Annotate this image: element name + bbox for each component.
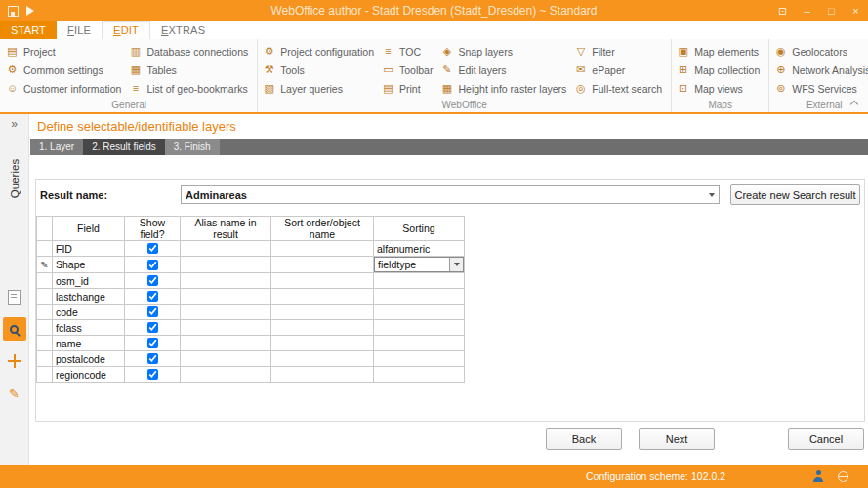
alias-cell[interactable] [181,257,271,273]
sorting-cell[interactable]: fieldtype [374,257,465,273]
tool-button-info[interactable] [3,285,26,308]
ribbon-item-full-text-search[interactable]: Full-text search [573,79,667,98]
minimize-button[interactable]: – [795,0,819,21]
tool-button-edit[interactable] [3,382,26,405]
ribbon-item-tools[interactable]: Tools [262,61,379,79]
ribbon-item-layer-queries[interactable]: Layer queries [262,79,379,98]
field-cell[interactable]: fclass [53,320,125,336]
table-row[interactable]: regioncode [37,367,465,383]
ribbon-item-customer-information[interactable]: Customer information [5,79,126,98]
field-cell[interactable]: regioncode [53,367,125,383]
tab-extras[interactable]: EXTRAS [150,21,216,39]
sort-order-cell[interactable] [271,336,374,351]
chevron-down-icon[interactable] [704,186,719,203]
cancel-button[interactable]: Cancel [788,428,864,450]
sort-order-cell[interactable] [271,289,374,305]
alias-cell[interactable] [181,241,271,257]
ribbon-item-map-elements[interactable]: Map elements [676,42,765,61]
alias-cell[interactable] [181,320,271,336]
step-finish[interactable]: 3. Finish [165,139,220,155]
dock-window-button[interactable]: ⊡ [770,0,795,21]
sorting-cell[interactable] [374,289,465,305]
row-selector[interactable] [37,320,53,336]
field-cell[interactable]: FID [53,241,125,257]
ribbon-item-snap-layers[interactable]: Snap layers [439,42,571,61]
ribbon-item-network-analysis[interactable]: Network Analysis [773,61,868,79]
sort-order-cell[interactable] [271,305,374,320]
next-button[interactable]: Next [639,428,715,450]
tab-start[interactable]: START [0,21,57,39]
alias-cell[interactable] [181,351,271,367]
tool-button-search[interactable] [3,317,26,341]
ribbon-item-toc[interactable]: TOC [381,42,437,61]
table-row[interactable]: postalcode [37,351,465,367]
alias-cell[interactable] [181,336,271,351]
field-cell[interactable]: Shape [53,257,125,273]
ribbon-item-epaper[interactable]: ePaper [573,61,667,79]
field-cell[interactable]: code [53,305,125,320]
ribbon-item-filter[interactable]: Filter [573,42,667,61]
show-field-checkbox[interactable] [147,338,158,348]
table-row[interactable]: FID alfanumeric [37,241,465,257]
show-field-checkbox[interactable] [147,322,158,333]
ribbon-item-edit-layers[interactable]: Edit layers [439,61,571,79]
ribbon-item-map-collection[interactable]: Map collection [676,61,765,79]
ribbon-item-wfs-services[interactable]: WFS Services [773,79,868,98]
ribbon-item-print[interactable]: Print [381,79,437,98]
show-field-checkbox[interactable] [147,275,158,286]
sorting-cell[interactable] [374,336,465,351]
save-icon[interactable] [8,6,19,17]
row-selector[interactable] [37,241,53,257]
table-row[interactable]: name [37,336,465,351]
chevron-down-icon[interactable] [449,258,463,271]
ribbon-item-geolocators[interactable]: Geolocators [773,42,868,61]
step-result-fields[interactable]: 2. Result fields [83,139,165,155]
connection-icon[interactable] [838,471,848,482]
sort-order-cell[interactable] [271,273,374,289]
sorting-dropdown[interactable]: fieldtype [374,257,464,272]
table-row[interactable]: fclass [37,320,465,336]
user-icon[interactable] [812,470,824,482]
sorting-cell[interactable] [374,305,465,320]
back-button[interactable]: Back [546,428,622,450]
ribbon-item-toolbar[interactable]: Toolbar [381,61,437,79]
alias-cell[interactable] [181,289,271,305]
sorting-cell[interactable] [374,320,465,336]
ribbon-item-project[interactable]: Project [5,42,126,61]
ribbon-item-database-connections[interactable]: Database connections [128,42,253,61]
ribbon-item-project-configuration[interactable]: Project configuration [262,42,379,61]
ribbon-item-tables[interactable]: Tables [128,61,253,79]
row-selector[interactable] [37,351,53,367]
tab-edit[interactable]: EDIT [102,21,150,39]
collapse-ribbon-button[interactable] [850,99,859,107]
sorting-cell[interactable] [374,351,465,367]
sort-order-cell[interactable] [271,367,374,383]
table-row[interactable]: lastchange [37,289,465,305]
sort-order-cell[interactable] [271,351,374,367]
row-selector[interactable] [37,367,53,383]
table-row[interactable]: osm_id [37,273,465,289]
expand-panel-button[interactable]: » [0,114,28,131]
sort-order-cell[interactable] [271,320,374,336]
row-selector[interactable] [37,257,53,273]
show-field-checkbox[interactable] [147,369,158,380]
ribbon-item-map-views[interactable]: Map views [676,79,765,98]
alias-cell[interactable] [181,305,271,320]
table-row-selected[interactable]: Shape fieldtype [37,257,465,273]
show-field-checkbox[interactable] [147,291,158,302]
close-button[interactable]: × [844,0,868,21]
sorting-cell[interactable] [374,273,465,289]
tab-file[interactable]: FILE [57,21,102,39]
show-field-checkbox[interactable] [147,260,158,270]
show-field-checkbox[interactable] [147,353,158,364]
row-selector[interactable] [37,289,53,305]
field-cell[interactable]: osm_id [53,273,125,289]
create-search-result-button[interactable]: Create new Search result [730,184,860,205]
step-layer[interactable]: 1. Layer [30,139,83,155]
maximize-button[interactable]: □ [819,0,844,21]
table-row[interactable]: code [37,305,465,320]
sorting-cell[interactable] [374,367,465,383]
field-cell[interactable]: name [53,336,125,351]
sort-order-cell[interactable] [271,241,374,257]
ribbon-item-height-info-raster-layers[interactable]: Height info raster layers [439,79,571,98]
